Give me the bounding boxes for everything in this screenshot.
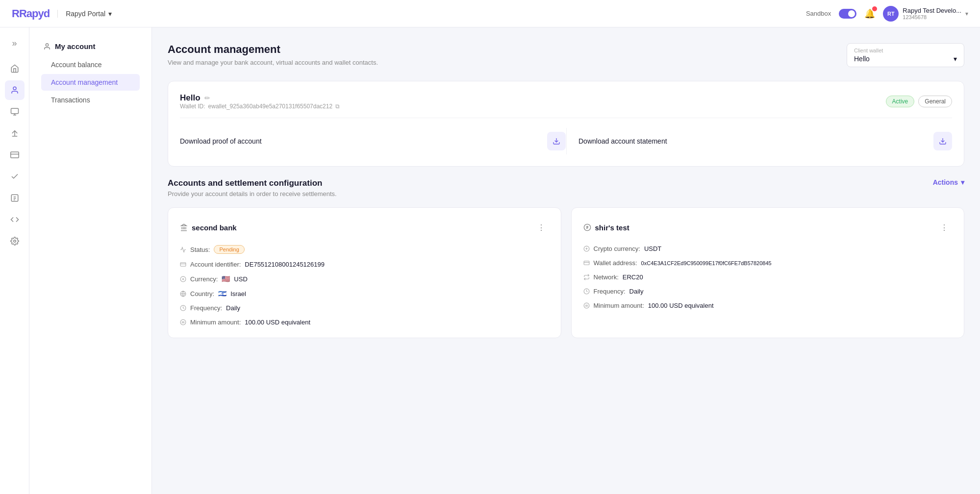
bank-card-title: second bank	[180, 223, 237, 232]
actions-chevron: ▾	[961, 178, 964, 186]
page-subtitle: View and manage your bank account, virtu…	[168, 59, 378, 66]
wallet-edit-icon[interactable]: ✏	[204, 94, 210, 102]
copy-wallet-id-button[interactable]: ⧉	[335, 103, 340, 110]
bank-card-menu-button[interactable]: ⋮	[533, 220, 549, 235]
crypto-currency-field: Crypto currency: USDT	[583, 245, 953, 252]
download-statement-button[interactable]	[933, 132, 952, 150]
bank-country-flag: 🇮🇱	[218, 290, 226, 297]
bank-frequency-value: Daily	[226, 304, 240, 312]
sidebar-icon-compliance[interactable]	[5, 167, 25, 186]
settlement-header: Accounts and settlement configuration Pr…	[168, 178, 964, 198]
bank-icon	[180, 223, 188, 231]
svg-point-0	[13, 87, 16, 90]
page-header-text: Account management View and manage your …	[168, 43, 378, 66]
svg-rect-6	[10, 152, 19, 158]
sidebar-item-account-balance[interactable]: Account balance	[41, 56, 140, 73]
bank-min-amount-field: Minimum amount: 100.00 USD equivalent	[180, 319, 549, 326]
wallet-card-header: Hello ✏ Wallet ID: ewallet_925a360ab49e5…	[180, 93, 952, 110]
frequency-icon	[180, 305, 186, 311]
bank-frequency-field: Frequency: Daily	[180, 304, 549, 312]
sidebar-icon-settings[interactable]	[5, 231, 25, 251]
sidebar-icon-developer[interactable]	[5, 210, 25, 229]
bank-identifier-value: DE75512108001245126199	[245, 261, 325, 268]
sandbox-toggle[interactable]	[839, 9, 856, 19]
notification-badge	[872, 6, 877, 11]
sidebar-section-account: My account Account balance Account manag…	[29, 37, 151, 108]
download-proof-item: Download proof of account	[180, 128, 566, 154]
bank-status-badge: Pending	[214, 245, 244, 254]
actions-label: Actions	[933, 178, 958, 186]
bank-country-value: Israel	[230, 290, 246, 297]
crypto-frequency-field: Frequency: Daily	[583, 288, 953, 295]
bank-account-card: second bank ⋮ Status: Pending Account id…	[168, 207, 561, 338]
bank-status-field: Status: Pending	[180, 245, 549, 254]
bank-card-fields: Status: Pending Account identifier: DE75…	[180, 245, 549, 326]
sidebar-icon-home[interactable]	[5, 59, 25, 78]
bank-country-label: Country:	[190, 290, 214, 297]
user-menu[interactable]: RT Rapyd Test Develo... 12345678 ▾	[883, 6, 968, 22]
bank-identifier-field: Account identifier: DE755121080012451261…	[180, 261, 549, 268]
crypto-min-label: Minimum amount:	[594, 302, 644, 309]
crypto-network-label: Network:	[594, 273, 619, 281]
crypto-card-menu-button[interactable]: ⋮	[936, 220, 952, 235]
expand-sidebar-button[interactable]: »	[5, 33, 25, 53]
download-proof-button[interactable]	[547, 132, 566, 150]
sidebar-icon-payouts[interactable]	[5, 124, 25, 143]
sidebar-item-account-management[interactable]: Account management	[41, 74, 140, 91]
logo-area: RRapyd	[12, 7, 50, 20]
download-statement-item: Download account statement	[566, 128, 952, 154]
bank-currency-value: USD	[234, 275, 247, 283]
download-statement-label: Download account statement	[578, 137, 667, 145]
user-id: 12345678	[903, 14, 961, 20]
crypto-network-field: Network: ERC20	[583, 273, 953, 281]
country-icon	[180, 291, 186, 297]
portal-label: Rapyd Portal	[66, 10, 105, 18]
crypto-icon	[583, 223, 591, 231]
sidebar-user-icon	[43, 43, 51, 50]
status-icon	[180, 247, 186, 253]
bank-name: second bank	[192, 223, 237, 232]
general-badge: General	[918, 96, 952, 107]
wallet-title-area: Hello ✏ Wallet ID: ewallet_925a360ab49e5…	[180, 93, 340, 110]
accounts-grid: second bank ⋮ Status: Pending Account id…	[168, 207, 964, 338]
crypto-currency-value: USDT	[644, 245, 661, 252]
client-wallet-dropdown[interactable]: Client wallet Hello ▾	[847, 43, 964, 67]
bank-currency-flag: 🇺🇸	[222, 275, 230, 283]
wallet-badges: Active General	[886, 96, 952, 107]
sidebar-item-transactions[interactable]: Transactions	[41, 92, 140, 108]
wallet-id-label: Wallet ID:	[180, 103, 205, 110]
crypto-frequency-label: Frequency:	[594, 288, 626, 295]
sidebar-icon-cards[interactable]	[5, 145, 25, 165]
bank-country-field: Country: 🇮🇱 Israel	[180, 290, 549, 297]
sidebar-icon-payments[interactable]	[5, 102, 25, 122]
sidebar-icon-account[interactable]	[5, 80, 25, 100]
svg-rect-1	[11, 108, 18, 114]
settlement-subtitle: Provide your account details in order to…	[168, 190, 337, 198]
svg-rect-22	[180, 263, 186, 267]
currency-icon	[180, 276, 186, 282]
expand-icon: »	[12, 38, 17, 49]
notifications-bell[interactable]: 🔔	[864, 8, 875, 19]
crypto-currency-icon	[583, 246, 590, 252]
wallet-id-value: ewallet_925a360ab49e5a270131f65507dac212	[208, 103, 333, 110]
bank-status-label: Status:	[190, 246, 210, 253]
main-content: Account management View and manage your …	[152, 27, 980, 494]
download-row: Download proof of account Download accou…	[180, 118, 952, 154]
crypto-min-amount-field: Minimum amount: 100.00 USD equivalent	[583, 302, 953, 309]
portal-chevron: ▾	[108, 10, 112, 18]
crypto-account-card: shir's test ⋮ Crypto currency: USDT Wall…	[571, 207, 965, 338]
actions-button[interactable]: Actions ▾	[933, 178, 964, 186]
crypto-card-header: shir's test ⋮	[583, 220, 953, 235]
crypto-card-fields: Crypto currency: USDT Wallet address: 0x…	[583, 245, 953, 309]
bank-currency-field: Currency: 🇺🇸 USD	[180, 275, 549, 283]
left-sidebar: My account Account balance Account manag…	[29, 27, 152, 494]
bank-currency-label: Currency:	[190, 275, 218, 283]
crypto-name: shir's test	[595, 223, 629, 232]
bank-min-value: 100.00 USD equivalent	[245, 319, 310, 326]
svg-point-12	[13, 240, 16, 243]
settlement-title: Accounts and settlement configuration	[168, 178, 337, 188]
sidebar-icon-reports[interactable]	[5, 188, 25, 208]
portal-selector[interactable]: Rapyd Portal ▾	[57, 10, 112, 18]
page-header: Account management View and manage your …	[168, 43, 964, 67]
download-proof-label: Download proof of account	[180, 137, 262, 145]
